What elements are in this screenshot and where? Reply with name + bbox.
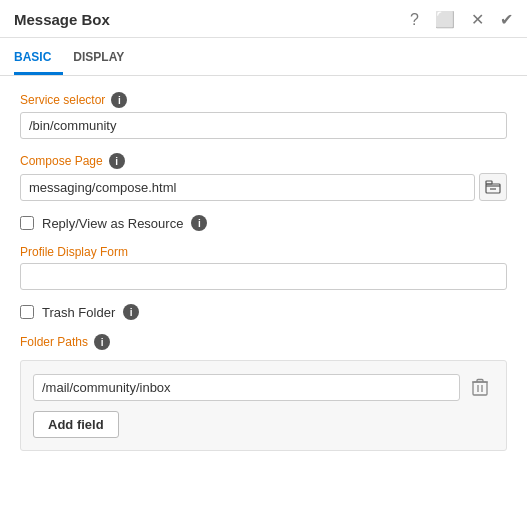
content-area: Service selector i Compose Page i Reply/ xyxy=(0,76,527,481)
compose-page-input-row xyxy=(20,173,507,201)
compose-page-input[interactable] xyxy=(20,174,475,201)
tabs: BASIC DISPLAY xyxy=(0,42,527,76)
folder-paths-label: Folder Paths i xyxy=(20,334,110,350)
trash-folder-info-icon[interactable]: i xyxy=(123,304,139,320)
service-selector-label: Service selector i xyxy=(20,92,507,108)
resize-icon[interactable]: ⬜ xyxy=(435,10,455,29)
close-icon[interactable]: ✕ xyxy=(471,10,484,29)
compose-page-browse-button[interactable] xyxy=(479,173,507,201)
folder-paths-section: Add field xyxy=(20,360,507,451)
path-row xyxy=(33,373,494,401)
trash-folder-label: Trash Folder xyxy=(42,305,115,320)
confirm-icon[interactable]: ✔ xyxy=(500,10,513,29)
folder-path-input[interactable] xyxy=(33,374,460,401)
reply-view-resource-checkbox[interactable] xyxy=(20,216,34,230)
folder-paths-header: Folder Paths i xyxy=(20,334,507,350)
service-selector-info-icon[interactable]: i xyxy=(111,92,127,108)
tab-display[interactable]: DISPLAY xyxy=(73,42,136,75)
profile-display-form-label: Profile Display Form xyxy=(20,245,507,259)
compose-page-group: Compose Page i xyxy=(20,153,507,201)
tab-basic[interactable]: BASIC xyxy=(14,42,63,75)
trash-folder-checkbox[interactable] xyxy=(20,305,34,319)
compose-page-info-icon[interactable]: i xyxy=(109,153,125,169)
title-bar-icons: ? ⬜ ✕ ✔ xyxy=(410,10,513,29)
reply-view-resource-label: Reply/View as Resource xyxy=(42,216,183,231)
service-selector-input[interactable] xyxy=(20,112,507,139)
profile-display-form-input[interactable] xyxy=(20,263,507,290)
reply-view-resource-row: Reply/View as Resource i xyxy=(20,215,507,231)
title-bar: Message Box ? ⬜ ✕ ✔ xyxy=(0,0,527,38)
reply-view-resource-info-icon[interactable]: i xyxy=(191,215,207,231)
folder-paths-info-icon[interactable]: i xyxy=(94,334,110,350)
window-title: Message Box xyxy=(14,11,410,28)
compose-page-label: Compose Page i xyxy=(20,153,507,169)
profile-display-form-group: Profile Display Form xyxy=(20,245,507,290)
service-selector-group: Service selector i xyxy=(20,92,507,139)
svg-rect-1 xyxy=(486,181,492,184)
help-icon[interactable]: ? xyxy=(410,11,419,29)
svg-rect-3 xyxy=(473,382,487,395)
trash-folder-row: Trash Folder i xyxy=(20,304,507,320)
add-field-button[interactable]: Add field xyxy=(33,411,119,438)
folder-paths-group: Folder Paths i Add field xyxy=(20,334,507,451)
delete-path-button[interactable] xyxy=(466,373,494,401)
